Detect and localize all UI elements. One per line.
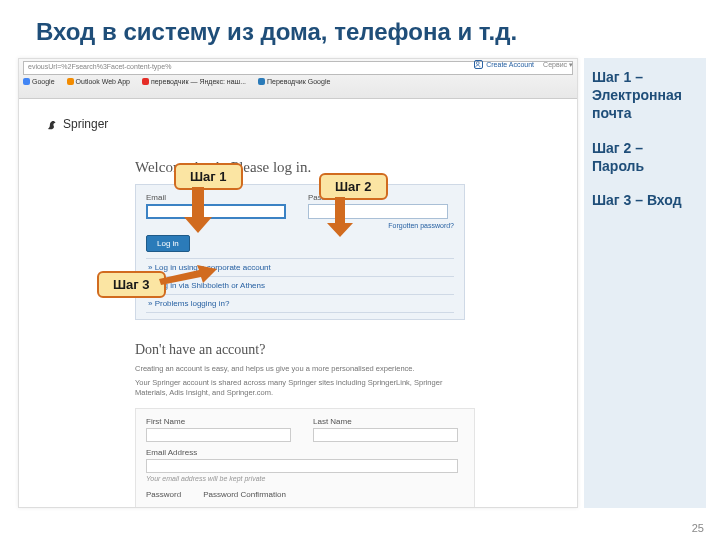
create-account-label: Create Account: [486, 61, 534, 68]
email-hint: Your email address will be kept private: [146, 475, 464, 482]
signup-desc2: Your Springer account is shared across m…: [135, 378, 475, 398]
login-button[interactable]: Log in: [146, 235, 190, 252]
springer-horse-icon: [45, 117, 59, 131]
email-address-group: Email Address Your email address will be…: [146, 448, 464, 482]
browser-chrome: eviousUrl=%2Fsearch%3Facet-content-type%…: [19, 59, 577, 99]
callout-step1-label: Шаг 1: [174, 163, 243, 190]
alt-problems[interactable]: Problems logging in?: [146, 295, 454, 313]
side-step1: Шаг 1 – Электронная почта: [592, 68, 698, 123]
svg-marker-3: [159, 265, 217, 285]
bookmark-outlook[interactable]: Outlook Web App: [67, 78, 130, 85]
svg-marker-1: [184, 187, 212, 233]
google-icon: [23, 78, 30, 85]
screenshot-area: eviousUrl=%2Fsearch%3Facet-content-type%…: [18, 58, 578, 508]
bookmark-gtranslate[interactable]: Переводчик Google: [258, 78, 330, 85]
content-row: eviousUrl=%2Fsearch%3Facet-content-type%…: [0, 58, 720, 508]
first-name-group: First Name: [146, 417, 291, 442]
signup-box: First Name Last Name Email Address Your …: [135, 408, 475, 508]
svg-marker-2: [327, 197, 353, 237]
yandex-icon: [142, 78, 149, 85]
email-address-label: Email Address: [146, 448, 464, 457]
signup-password-group: Password: [146, 490, 181, 501]
slide-sidebar: Шаг 1 – Электронная почта Шаг 2 – Пароль…: [584, 58, 706, 508]
signup-password-confirm-group: Password Confirmation: [203, 490, 286, 501]
bookmark-google[interactable]: Google: [23, 78, 55, 85]
user-plus-icon: [474, 60, 483, 69]
callout-step2: Шаг 2: [319, 173, 388, 200]
last-name-group: Last Name: [313, 417, 458, 442]
callout-step1-arrow-icon: [182, 187, 222, 235]
callout-step3: Шаг 3: [97, 271, 166, 298]
last-name-input[interactable]: [313, 428, 458, 442]
bookmarks-bar: Google Outlook Web App переводчик — Янде…: [23, 78, 573, 85]
slide-title: Вход в систему из дома, телефона и т.д.: [0, 0, 720, 58]
signup-desc: Creating an account is easy, and helps u…: [135, 364, 475, 374]
callout-step3-arrow-icon: [159, 265, 219, 287]
signup-heading: Don't have an account?: [135, 342, 523, 358]
first-name-label: First Name: [146, 417, 291, 426]
signup-password-confirm-label: Password Confirmation: [203, 490, 286, 499]
springer-page: Springer Welcome back. Please log in. Em…: [19, 99, 577, 508]
bookmark-yandex[interactable]: переводчик — Яндекс: наш...: [142, 78, 246, 85]
callout-step3-label: Шаг 3: [97, 271, 166, 298]
svg-point-0: [477, 62, 480, 65]
signup-password-label: Password: [146, 490, 181, 499]
brand-label: Springer: [63, 117, 108, 131]
first-name-input[interactable]: [146, 428, 291, 442]
side-step3: Шаг 3 – Вход: [592, 191, 698, 209]
translate-icon: [258, 78, 265, 85]
callout-step2-label: Шаг 2: [319, 173, 388, 200]
slide-number: 25: [692, 522, 704, 534]
side-step2: Шаг 2 – Пароль: [592, 139, 698, 175]
service-menu[interactable]: Сервис ▾: [543, 61, 573, 69]
callout-step2-arrow-icon: [327, 197, 361, 241]
last-name-label: Last Name: [313, 417, 458, 426]
callout-step1: Шаг 1: [174, 163, 243, 190]
springer-brand[interactable]: Springer: [45, 117, 523, 131]
outlook-icon: [67, 78, 74, 85]
create-account-link[interactable]: Create Account Сервис ▾: [474, 60, 573, 69]
email-address-input[interactable]: [146, 459, 458, 473]
